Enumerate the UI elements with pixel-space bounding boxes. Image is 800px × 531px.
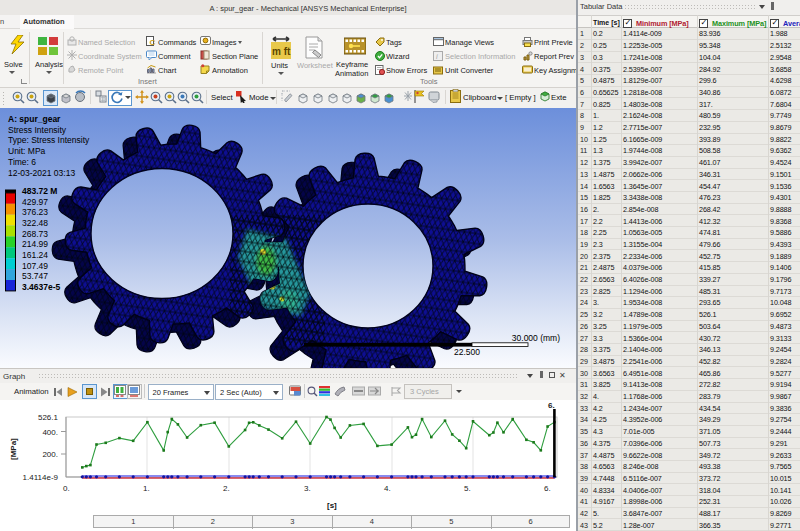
svg-text:322.48: 322.48	[22, 218, 48, 228]
svg-text:526.1: 526.1	[38, 413, 59, 422]
svg-text:214.99: 214.99	[22, 239, 48, 249]
svg-text:161.24: 161.24	[22, 250, 48, 260]
svg-text:4.: 4.	[384, 484, 391, 493]
svg-text:Stress Intensity: Stress Intensity	[8, 125, 67, 135]
svg-text:m ft: m ft	[272, 46, 291, 57]
svg-text:0.: 0.	[63, 484, 70, 493]
svg-text:200.: 200.	[42, 450, 58, 459]
svg-text:Unit: MPa: Unit: MPa	[8, 146, 46, 156]
svg-text:400.: 400.	[42, 428, 58, 437]
svg-text:Time: 6: Time: 6	[8, 157, 36, 167]
svg-text:429.97: 429.97	[22, 197, 48, 207]
svg-text:12-03-2021 03:13: 12-03-2021 03:13	[8, 168, 75, 178]
svg-text:3.: 3.	[304, 484, 311, 493]
svg-text:Type: Stress Intensity: Type: Stress Intensity	[8, 135, 90, 145]
svg-text:268.73: 268.73	[22, 229, 48, 239]
svg-text:A: spur_gear: A: spur_gear	[8, 114, 61, 124]
svg-text:1.4114e-9: 1.4114e-9	[23, 473, 59, 482]
svg-text:6.: 6.	[548, 401, 555, 410]
svg-text:1.: 1.	[143, 484, 150, 493]
svg-text:2.: 2.	[223, 484, 230, 493]
svg-text:53.747: 53.747	[22, 271, 48, 281]
svg-text:5.: 5.	[464, 484, 471, 493]
svg-text:30.000 (mm): 30.000 (mm)	[512, 333, 560, 343]
svg-text:3.4637e-5: 3.4637e-5	[22, 282, 61, 292]
svg-text:376.23: 376.23	[22, 207, 48, 217]
svg-text:107.49: 107.49	[22, 261, 48, 271]
svg-text:C: C	[150, 38, 156, 46]
svg-text:6.: 6.	[544, 484, 551, 493]
svg-text:[MPa]: [MPa]	[9, 438, 18, 460]
svg-text:483.72 M: 483.72 M	[22, 186, 57, 196]
svg-text:22.500: 22.500	[454, 347, 480, 357]
